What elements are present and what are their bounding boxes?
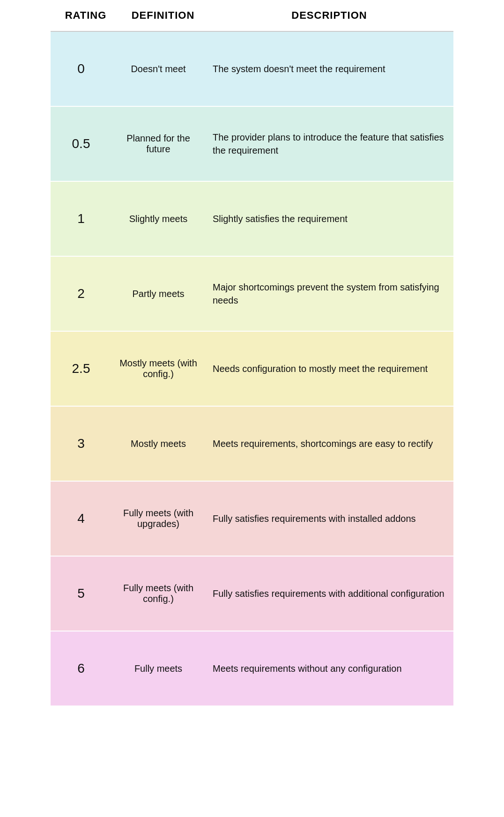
table-row: 3Mostly meetsMeets requirements, shortco… (51, 407, 453, 482)
table-row: 5Fully meets (with config.)Fully satisfi… (51, 557, 453, 631)
description-cell: Slightly satisfies the requirement (205, 182, 453, 256)
table-row: 0.5Planned for the futureThe provider pl… (51, 107, 453, 182)
description-cell: The system doesn't meet the requirement (205, 32, 453, 106)
definition-cell: Slightly meets (111, 182, 205, 256)
table-row: 4Fully meets (with upgrades)Fully satisf… (51, 482, 453, 557)
description-cell: Needs configuration to mostly meet the r… (205, 332, 453, 406)
definition-cell: Planned for the future (111, 107, 205, 181)
header-rating: RATING (55, 9, 116, 22)
description-cell: Meets requirements, shortcomings are eas… (205, 407, 453, 481)
table-header: RATING DEFINITION DESCRIPTION (51, 0, 453, 32)
definition-cell: Doesn't meet (111, 32, 205, 106)
description-cell: Major shortcomings prevent the system fr… (205, 257, 453, 331)
description-cell: Fully satisfies requirements with instal… (205, 482, 453, 556)
rating-cell: 0.5 (51, 107, 111, 181)
table-body: 0Doesn't meetThe system doesn't meet the… (51, 32, 453, 706)
rating-cell: 2.5 (51, 332, 111, 406)
rating-cell: 6 (51, 631, 111, 706)
rating-cell: 2 (51, 257, 111, 331)
description-cell: Meets requirements without any configura… (205, 631, 453, 706)
table-wrapper: RATING DEFINITION DESCRIPTION 0Doesn't m… (51, 0, 453, 706)
table-row: 1Slightly meetsSlightly satisfies the re… (51, 182, 453, 257)
table-row: 2Partly meetsMajor shortcomings prevent … (51, 257, 453, 332)
table-row: 2.5Mostly meets (with config.)Needs conf… (51, 332, 453, 407)
definition-cell: Fully meets (111, 631, 205, 706)
header-description: DESCRIPTION (210, 9, 449, 22)
table-row: 6Fully meetsMeets requirements without a… (51, 631, 453, 706)
rating-cell: 4 (51, 482, 111, 556)
description-cell: The provider plans to introduce the feat… (205, 107, 453, 181)
description-cell: Fully satisfies requirements with additi… (205, 557, 453, 631)
definition-cell: Fully meets (with upgrades) (111, 482, 205, 556)
table-row: 0Doesn't meetThe system doesn't meet the… (51, 32, 453, 107)
definition-cell: Partly meets (111, 257, 205, 331)
rating-cell: 3 (51, 407, 111, 481)
definition-cell: Mostly meets (111, 407, 205, 481)
rating-cell: 5 (51, 557, 111, 631)
rating-cell: 1 (51, 182, 111, 256)
definition-cell: Mostly meets (with config.) (111, 332, 205, 406)
rating-cell: 0 (51, 32, 111, 106)
header-definition: DEFINITION (116, 9, 210, 22)
definition-cell: Fully meets (with config.) (111, 557, 205, 631)
